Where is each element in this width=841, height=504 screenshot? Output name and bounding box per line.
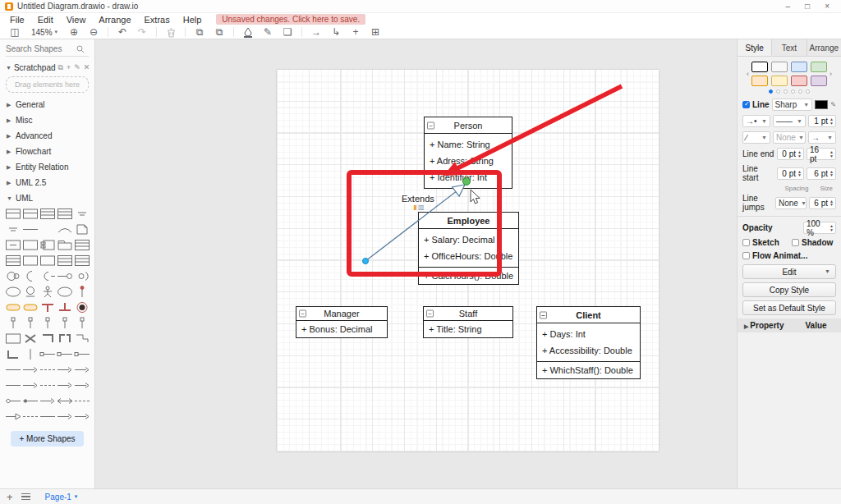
uml-line-square-2-shape[interactable] (56, 348, 73, 360)
uml-label-shape[interactable] (4, 223, 21, 236)
minimize-button[interactable]: – (786, 2, 791, 11)
uml-class-2-shape[interactable] (56, 208, 73, 220)
edge-label-extends[interactable]: Extends (401, 194, 435, 204)
menu-edit[interactable]: Edit (31, 15, 60, 25)
uml-generalization-shape[interactable] (4, 410, 21, 423)
swatch-page-dot[interactable] (798, 89, 802, 94)
menu-help[interactable]: Help (177, 15, 209, 25)
uml-link-shape[interactable] (21, 364, 39, 376)
waypoint-icon[interactable]: ↳ (328, 25, 344, 39)
uml-class-employee[interactable]: Employee + Salary: Decimal + OfficeHours… (418, 212, 519, 285)
uml-object-shape[interactable] (4, 208, 21, 220)
uml-rect-shape[interactable] (21, 254, 39, 267)
menu-extras[interactable]: Extras (138, 15, 177, 25)
connection-icon[interactable]: → (308, 25, 324, 39)
uml-circle-shape[interactable] (21, 286, 39, 298)
uml-pin-5-shape[interactable] (73, 317, 90, 329)
class-attribute[interactable]: + Adress: String (425, 153, 512, 169)
uml-curve-shape[interactable] (56, 223, 73, 236)
style-swatch-none[interactable] (751, 62, 768, 72)
uml-package-shape[interactable] (56, 239, 73, 251)
uml-association-shape[interactable] (4, 364, 21, 376)
uml-class-4-shape[interactable] (56, 254, 73, 267)
uml-class-person[interactable]: − Person + Name: String + Adress: String… (424, 117, 512, 189)
uml-divided-rect-shape[interactable] (73, 239, 90, 251)
add-page-button[interactable]: + (7, 492, 13, 502)
uml-line-square-shape[interactable] (39, 348, 56, 360)
uml-object-2-shape[interactable] (4, 239, 21, 251)
uml-join-shape[interactable] (56, 301, 73, 314)
uml-ellipse-shape[interactable] (56, 286, 73, 298)
uml-directed-6-shape[interactable] (56, 410, 73, 423)
line-jumps-size-stepper[interactable]: 6 pt▲▼ (809, 197, 836, 209)
uml-dependency-shape[interactable] (73, 395, 90, 407)
pages-menu-icon[interactable] (21, 493, 30, 501)
uml-class-shape[interactable] (39, 208, 56, 220)
swatch-page-dot[interactable] (784, 89, 788, 94)
property-table-header[interactable]: ▶ Property Value (738, 318, 841, 332)
uml-activity-2-shape[interactable] (21, 301, 39, 314)
line-start-size-stepper[interactable]: 6 pt▲▼ (807, 167, 836, 180)
collapse-icon[interactable]: − (299, 310, 306, 318)
zoom-in-icon[interactable]: ⊕ (66, 25, 82, 39)
uml-rect-2-shape[interactable] (39, 254, 56, 267)
uml-bidirectional-shape[interactable] (56, 395, 73, 407)
sketch-checkbox[interactable] (742, 239, 750, 246)
uml-corner-shape[interactable] (39, 332, 56, 345)
line-jumps-dropdown[interactable]: None▼ (775, 197, 807, 209)
swatch-page-dot[interactable] (776, 89, 780, 94)
style-swatch-blue[interactable] (791, 62, 807, 72)
swatch-prev-icon[interactable]: ‹ (747, 70, 749, 78)
copy-style-button[interactable]: Copy Style (742, 282, 836, 297)
arrow-end-dropdown[interactable]: →▼ (808, 131, 836, 144)
line-end-size-stepper[interactable]: 16 pt▲▼ (807, 148, 836, 160)
sidebar-section-general[interactable]: ▶General (0, 97, 94, 112)
uml-required-interface-shape[interactable] (21, 270, 39, 282)
zoom-dropdown[interactable]: 145% ▾ (26, 28, 62, 37)
delete-icon[interactable] (163, 25, 179, 39)
uml-text-shape[interactable] (73, 208, 90, 220)
uml-activity-edge-shape[interactable] (73, 286, 90, 298)
swatch-page-dot[interactable] (769, 89, 773, 94)
style-swatch-green[interactable] (811, 62, 827, 72)
toggle-panel-icon[interactable]: ◫ (7, 25, 23, 39)
uml-directed-7-shape[interactable] (73, 410, 90, 423)
scratchpad-add-icon[interactable]: + (67, 63, 71, 72)
uml-activity-shape[interactable] (4, 301, 21, 314)
uml-actor-shape[interactable] (39, 286, 56, 298)
shadow-icon[interactable]: ❏ (279, 25, 296, 39)
line-style-dropdown[interactable]: Sharp▼ (772, 99, 813, 111)
class-attribute[interactable]: + Name: String (425, 136, 512, 153)
uml-class-client[interactable]: − Client + Days: Int + Accessibility: Do… (536, 306, 641, 379)
uml-pin-3-shape[interactable] (39, 317, 56, 329)
uml-component-shape[interactable] (39, 239, 56, 251)
uml-frame-shape[interactable] (21, 239, 39, 251)
uml-directed-5-shape[interactable] (39, 395, 56, 407)
page-tab[interactable]: Page-1 ▾ (39, 491, 85, 503)
tab-style[interactable]: Style (738, 39, 772, 56)
uml-corner-2-shape[interactable] (4, 348, 21, 360)
uml-boundary-shape[interactable] (4, 332, 21, 345)
uml-directed-1-shape[interactable] (56, 364, 73, 376)
swatch-page-dot[interactable] (791, 89, 795, 94)
sidebar-section-advanced[interactable]: ▶Advanced (0, 128, 94, 144)
uml-vline-shape[interactable] (21, 348, 39, 360)
menu-file[interactable]: File (3, 15, 31, 25)
sidebar-section-entity-relation[interactable]: ▶Entity Relation (0, 159, 94, 175)
sidebar-section-uml[interactable]: ▼UML (0, 190, 94, 206)
sidebar-section-flowchart[interactable]: ▶Flowchart (0, 144, 94, 159)
uml-pin-4-shape[interactable] (56, 317, 73, 329)
class-attribute[interactable]: + Bonus: Decimal (296, 321, 387, 337)
class-attribute[interactable]: + Days: Int (537, 326, 640, 342)
uml-fork-shape[interactable] (39, 301, 56, 314)
uml-socket-shape[interactable] (39, 270, 56, 282)
uml-class-staff[interactable]: − Staff + Title: String (423, 306, 513, 338)
uml-provided-interface-shape[interactable] (4, 270, 21, 282)
edit-style-icon[interactable]: ✎ (260, 25, 276, 39)
style-swatch-white[interactable] (771, 62, 788, 72)
uml-activity-final-shape[interactable] (73, 301, 90, 314)
to-front-icon[interactable]: ⧉ (191, 25, 208, 39)
scratchpad-drop-zone[interactable]: Drag elements here (6, 76, 89, 93)
uml-lollipop-shape[interactable] (56, 270, 73, 282)
arrow-none-dropdown[interactable]: None▼ (773, 131, 806, 144)
